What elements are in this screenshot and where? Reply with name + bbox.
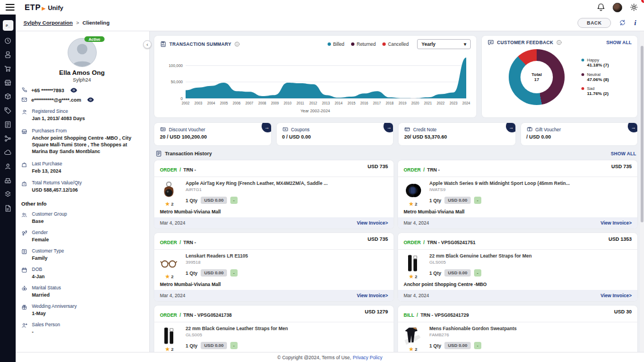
store-icon[interactable] — [4, 79, 12, 87]
legend-item-cancelled[interactable]: Cancelled — [382, 41, 409, 47]
cash-register-icon[interactable] — [4, 177, 12, 184]
transaction-summary-title: TRANSACTION SUMMARY — [169, 41, 231, 47]
transaction-amount: USD 735 — [367, 236, 388, 246]
feedback-info-icon[interactable] — [556, 40, 562, 45]
privacy-policy-link[interactable]: Privacy Policy — [353, 355, 382, 360]
package-icon[interactable] — [4, 93, 12, 101]
transaction-number: TRN - VPSG05241751 — [427, 240, 475, 245]
labels-icon[interactable] — [4, 190, 12, 198]
hamburger-menu-icon[interactable] — [6, 4, 15, 11]
price-badge: USD 0.00 — [201, 197, 227, 204]
rating-value: 2 — [171, 202, 173, 207]
breadcrumb-root-link[interactable]: Sylphy Corporation — [23, 20, 73, 26]
field-value: Female — [32, 237, 49, 244]
svg-text:2024: 2024 — [462, 101, 471, 105]
quantity-text: 1 Qty — [186, 270, 197, 276]
scrollbar-thumb[interactable] — [641, 46, 643, 222]
integrations-icon[interactable] — [4, 135, 12, 142]
settings-gear-icon[interactable] — [629, 3, 638, 12]
vertical-scrollbar — [640, 31, 644, 352]
left-icon-rail: P_ — [0, 15, 16, 362]
notification-count-badge: 0 — [641, 0, 644, 3]
contact-value: +65 ******7893 — [31, 88, 64, 93]
airtag-keyring-image — [160, 180, 178, 201]
history-show-all-link[interactable]: SHOW ALL — [610, 151, 636, 156]
field-label: Gender — [32, 230, 49, 235]
apple-watch-image — [404, 180, 422, 201]
tag-icon[interactable] — [4, 107, 12, 115]
coupon-icon — [282, 126, 288, 132]
product-rating: ★ 2 — [404, 201, 423, 207]
transaction-card: ORDER / TRN - USD 735 ★ 2 — [154, 233, 394, 301]
rating-value: 2 — [415, 202, 417, 207]
product-rating: ★ 2 — [404, 346, 423, 352]
svg-text:2018: 2018 — [386, 101, 394, 105]
view-invoice-link[interactable]: View Invoice> — [357, 293, 388, 298]
transaction-cards-grid: ORDER / TRN - USD 735 ★ 2 — [154, 160, 637, 352]
gift-voucher-icon — [527, 126, 533, 132]
transaction-number: TRN - VPSG05241729 — [420, 312, 468, 318]
customer-code: Sylph24 — [21, 77, 143, 83]
transaction-date: Mar 4, 2024 — [404, 293, 429, 298]
back-button[interactable]: BACK — [577, 18, 612, 28]
info-icon[interactable]: i — [634, 18, 636, 27]
reveal-eye-icon[interactable] — [70, 88, 77, 93]
feedback-legend-item-neutral: Neutral47.06% (8) — [581, 72, 609, 83]
discount-badge: - — [474, 269, 481, 277]
transaction-card: ORDER / TRN - USD 735 ★ 2 — [154, 160, 394, 228]
feedback-legend: Happy41.18% (7)Neutral47.06% (8)Sad11.76… — [581, 58, 609, 97]
customer-icon[interactable] — [4, 163, 12, 170]
active-module-tile[interactable]: P_ — [3, 20, 13, 31]
cloud-icon[interactable] — [4, 149, 12, 156]
chart-legend: BilledReturnedCancelled — [328, 41, 409, 47]
price-badge: USD 0.00 — [201, 342, 227, 349]
svg-text:2015: 2015 — [348, 101, 356, 105]
reveal-eye-icon[interactable] — [87, 97, 94, 102]
sweatpants-image — [404, 326, 422, 346]
view-invoice-link[interactable]: View Invoice> — [357, 220, 388, 226]
customer-avatar — [68, 38, 97, 67]
legend-item-billed[interactable]: Billed — [328, 41, 344, 47]
customer-type-icon — [21, 249, 27, 255]
cart-icon[interactable] — [4, 65, 12, 73]
legend-item-returned[interactable]: Returned — [351, 41, 376, 47]
transaction-type-separator: / — [423, 240, 424, 245]
svg-text:2020: 2020 — [411, 101, 420, 105]
quantity-text: 1 Qty — [186, 343, 197, 349]
voucher-value: 20/ USD 53,370.60 — [404, 134, 510, 140]
collapse-panel-chevron[interactable]: ‹ — [143, 40, 151, 49]
view-invoice-link[interactable]: View Invoice> — [600, 220, 632, 226]
transaction-type: BILL — [404, 312, 414, 318]
user-avatar[interactable] — [613, 3, 622, 12]
dashboard-icon[interactable] — [4, 37, 12, 45]
top-bar: ETP ▶ Unify 0 — [0, 0, 644, 15]
period-dropdown[interactable]: Yearly ▾ — [417, 39, 471, 49]
star-icon: ★ — [409, 346, 414, 352]
feedback-legend-item-happy: Happy41.18% (7) — [581, 58, 609, 68]
credit-note-icon — [404, 126, 410, 132]
field-label: Purchases From — [32, 128, 143, 134]
field-value: Married — [32, 292, 61, 299]
clienteling-app: ETP ▶ Unify 0 P_ Sylphy Corporation > Cl… — [0, 0, 644, 362]
view-invoice-link[interactable]: View Invoice> — [600, 293, 632, 298]
svg-text:2011: 2011 — [297, 101, 305, 105]
field-label: Customer Type — [32, 248, 64, 254]
discount-voucher-icon — [160, 126, 166, 132]
svg-text:2003: 2003 — [195, 101, 203, 105]
calendar-icon — [21, 267, 27, 273]
anniversary-icon — [21, 304, 27, 310]
notifications-bell-icon[interactable] — [596, 3, 605, 12]
product-sku: AIRTG1 — [186, 187, 328, 192]
document-icon[interactable] — [4, 204, 12, 212]
quantity-text: 1 Qty — [186, 198, 197, 203]
refresh-sync-icon[interactable] — [619, 19, 626, 26]
invoice-icon[interactable] — [4, 121, 12, 128]
rating-value: 2 — [171, 274, 173, 279]
profile-field: Last Purchase Feb 13, 2024 — [21, 161, 143, 175]
hand-box-icon[interactable] — [4, 51, 12, 59]
field-label: Customer Group — [32, 211, 67, 217]
profile-field: Total Returns Value/Qty USD 588,457.12/1… — [21, 180, 143, 194]
transaction-card: ORDER / TRN - VPSG05241751 USD 1353 ★ — [398, 233, 637, 301]
summary-info-icon[interactable] — [234, 41, 240, 47]
feedback-show-all-link[interactable]: SHOW ALL — [606, 40, 632, 45]
